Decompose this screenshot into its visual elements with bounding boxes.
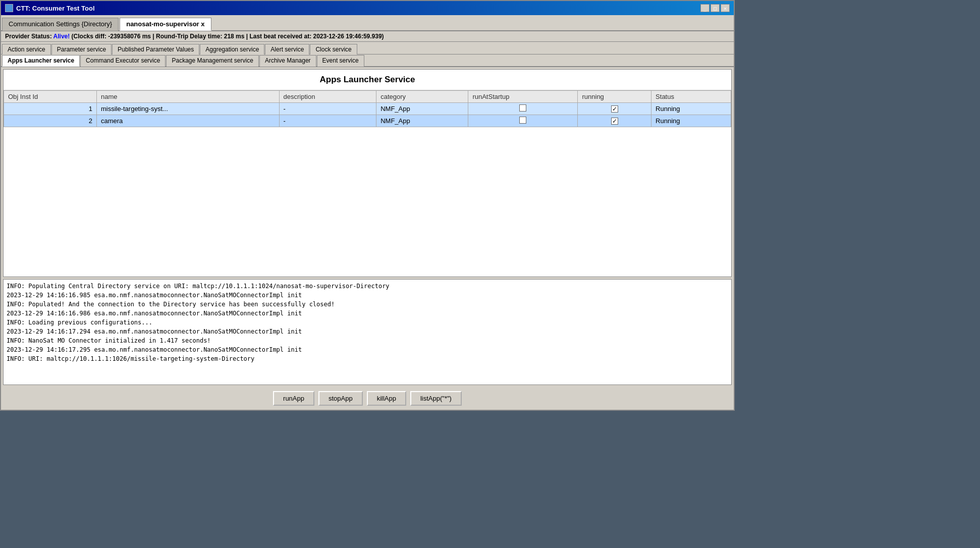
close-button[interactable]: ✕ (721, 4, 730, 12)
button-row: runApp stopApp killApp listApp("*") (1, 387, 734, 410)
cell-run-at-startup[interactable] (468, 103, 578, 115)
log-line: INFO: Loading previous configurations... (7, 318, 728, 327)
log-line: 2023-12-29 14:16:16.985 esa.mo.nmf.nanos… (7, 291, 728, 300)
main-window: CTT: Consumer Test Tool _ □ ✕ Communicat… (0, 0, 735, 411)
minimize-button[interactable]: _ (700, 4, 710, 12)
title-bar-left: CTT: Consumer Test Tool (5, 4, 95, 12)
log-panel[interactable]: INFO: Populating Central Directory servi… (3, 279, 732, 385)
cell-description: - (279, 103, 376, 115)
status-alive: Alive! (53, 33, 70, 40)
cell-status: Running (651, 115, 731, 127)
tab-comm-settings[interactable]: Communication Settings {Directory} (2, 18, 119, 31)
kill-app-button[interactable]: killApp (367, 391, 406, 406)
cell-description: - (279, 115, 376, 127)
col-header-obj-inst-id: Obj Inst Id (4, 91, 97, 103)
apps-table-container[interactable]: Obj Inst Id name description category ru… (4, 90, 731, 277)
run-app-button[interactable]: runApp (273, 391, 314, 406)
status-prefix: Provider Status: (5, 33, 53, 40)
title-bar-buttons: _ □ ✕ (700, 4, 730, 12)
service-tabs-row1: Action service Parameter service Publish… (1, 42, 734, 54)
panel-title: Apps Launcher Service (4, 70, 731, 90)
table-row[interactable]: 1missile-targeting-syst...-NMF_App✓Runni… (4, 103, 731, 115)
cell-name: camera (96, 115, 279, 127)
cell-category: NMF_App (376, 115, 468, 127)
service-tabs-row2: Apps Launcher service Command Executor s… (1, 54, 734, 67)
cell-running[interactable]: ✓ (578, 103, 651, 115)
col-header-category: category (376, 91, 468, 103)
cell-obj-inst-id: 1 (4, 103, 97, 115)
apps-launcher-panel: Apps Launcher Service Obj Inst Id name d… (3, 69, 732, 277)
tab-nanosat[interactable]: nanosat-mo-supervisor x (120, 18, 211, 31)
list-app-button[interactable]: listApp("*") (410, 391, 462, 406)
log-line: 2023-12-29 14:16:17.294 esa.mo.nmf.nanos… (7, 327, 728, 336)
tab-action-service[interactable]: Action service (2, 44, 51, 54)
tab-package-management[interactable]: Package Management service (166, 55, 258, 67)
col-header-name: name (96, 91, 279, 103)
apps-table: Obj Inst Id name description category ru… (4, 90, 731, 127)
tab-event-service[interactable]: Event service (317, 55, 364, 67)
window-title: CTT: Consumer Test Tool (16, 5, 95, 12)
log-line: 2023-12-29 14:16:17.295 esa.mo.nmf.nanos… (7, 345, 728, 354)
tab-archive-manager[interactable]: Archive Manager (259, 55, 316, 67)
col-header-status: Status (651, 91, 731, 103)
cell-run-at-startup[interactable] (468, 115, 578, 127)
col-header-running: running (578, 91, 651, 103)
cell-category: NMF_App (376, 103, 468, 115)
main-tabs-row: Communication Settings {Directory} nanos… (1, 15, 734, 31)
tab-apps-launcher[interactable]: Apps Launcher service (2, 55, 80, 67)
stop-app-button[interactable]: stopApp (318, 391, 363, 406)
app-icon (5, 4, 13, 12)
cell-obj-inst-id: 2 (4, 115, 97, 127)
status-bar: Provider Status: Alive! (Clocks diff: -2… (1, 31, 734, 42)
status-details: (Clocks diff: -239358076 ms | Round-Trip… (70, 33, 384, 40)
log-line: INFO: NanoSat MO Connector initialized i… (7, 336, 728, 345)
tab-parameter-service[interactable]: Parameter service (51, 44, 112, 54)
log-line: INFO: URI: maltcp://10.1.1.1:1026/missil… (7, 354, 728, 363)
tab-aggregation-service[interactable]: Aggregation service (200, 44, 264, 54)
tab-clock-service[interactable]: Clock service (310, 44, 357, 54)
tab-alert-service[interactable]: Alert service (265, 44, 309, 54)
log-line: INFO: Populated! And the connection to t… (7, 300, 728, 309)
table-row[interactable]: 2camera-NMF_App✓Running (4, 115, 731, 127)
log-line: INFO: Populating Central Directory servi… (7, 282, 728, 291)
cell-status: Running (651, 103, 731, 115)
log-line: 2023-12-29 14:16:16.986 esa.mo.nmf.nanos… (7, 309, 728, 318)
title-bar: CTT: Consumer Test Tool _ □ ✕ (1, 1, 734, 15)
maximize-button[interactable]: □ (711, 4, 720, 12)
tab-command-executor[interactable]: Command Executor service (80, 55, 166, 67)
col-header-run-at-startup: runAtStartup (468, 91, 578, 103)
cell-running[interactable]: ✓ (578, 115, 651, 127)
main-content: Apps Launcher Service Obj Inst Id name d… (1, 67, 734, 410)
cell-name: missile-targeting-syst... (96, 103, 279, 115)
tab-published-parameter-values[interactable]: Published Parameter Values (112, 44, 199, 54)
col-header-description: description (279, 91, 376, 103)
